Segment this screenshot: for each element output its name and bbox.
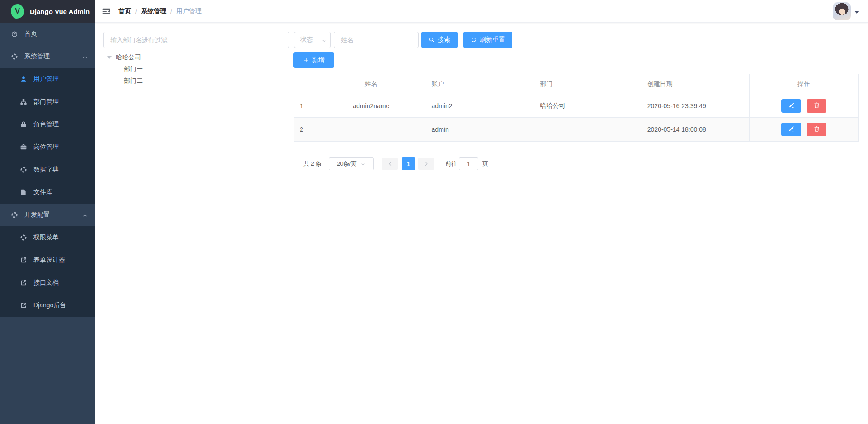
external-link-icon — [20, 302, 27, 309]
cell-index: 1 — [294, 94, 316, 117]
sidebar-item-dev-config[interactable]: 开发配置 — [0, 204, 95, 226]
edit-pencil-icon — [788, 125, 795, 133]
breadcrumb-home[interactable]: 首页 — [118, 7, 131, 15]
sidebar-item-permission-menu[interactable]: 权限菜单 — [0, 226, 95, 249]
page-number-button[interactable]: 1 — [402, 157, 415, 170]
status-select-placeholder: 状态 — [300, 36, 321, 44]
page-unit-label: 页 — [482, 157, 488, 170]
table-row: 2 admin 2020-05-14 18:00:08 — [294, 118, 858, 141]
sidebar-item-label: 用户管理 — [33, 75, 59, 83]
top-navbar: 首页 / 系统管理 / 用户管理 — [95, 0, 868, 23]
next-page-button[interactable] — [418, 158, 434, 170]
system-submenu: 用户管理 部门管理 角色管理 岗位管理 数据字典 — [0, 68, 95, 204]
sidebar-item-label: 接口文档 — [33, 279, 59, 287]
edit-button[interactable] — [781, 123, 801, 136]
trash-icon — [813, 125, 820, 133]
cell-dept — [534, 118, 642, 141]
breadcrumb-separator: / — [135, 8, 137, 15]
delete-button[interactable] — [807, 99, 826, 113]
user-management-page: V Django Vue Admin 首页 系统管理 用户管理 部门管理 — [0, 0, 868, 424]
col-header-actions: 操作 — [750, 74, 858, 94]
refresh-reset-label: 刷新重置 — [480, 36, 505, 44]
sidebar-item-roles[interactable]: 角色管理 — [0, 113, 95, 136]
chevron-left-icon — [387, 161, 393, 167]
sidebar-item-label: 权限菜单 — [33, 233, 59, 242]
briefcase-icon — [20, 143, 27, 151]
status-select[interactable]: 状态 — [294, 32, 331, 48]
add-button[interactable]: 新增 — [293, 52, 334, 68]
table-row: 1 admin2name admin2 哈哈公司 2020-05-16 23:3… — [294, 94, 858, 118]
sidebar-item-form-designer[interactable]: 表单设计器 — [0, 249, 95, 272]
sidebar-item-files[interactable]: 文件库 — [0, 181, 95, 204]
tree-node-dept2[interactable]: 部门二 — [105, 75, 286, 87]
sidebar-item-positions[interactable]: 岗位管理 — [0, 136, 95, 158]
cell-account: admin2 — [426, 94, 535, 117]
breadcrumb: 首页 / 系统管理 / 用户管理 — [118, 7, 202, 15]
breadcrumb-system[interactable]: 系统管理 — [141, 7, 166, 15]
external-link-icon — [20, 279, 27, 286]
sidebar-item-label: 表单设计器 — [33, 256, 65, 264]
delete-button[interactable] — [807, 123, 826, 136]
sidebar-item-label: 岗位管理 — [33, 143, 59, 151]
chevron-up-icon — [82, 212, 88, 218]
tree-expand-icon[interactable] — [107, 56, 112, 59]
sidebar-item-label: 数据字典 — [33, 166, 59, 174]
cell-created: 2020-05-16 23:39:49 — [642, 94, 750, 117]
sidebar-menu: 首页 系统管理 用户管理 部门管理 角色管理 — [0, 23, 95, 317]
component-icon — [20, 234, 27, 241]
chevron-down-icon — [360, 162, 366, 167]
pagination-total: 共 2 条 — [303, 157, 321, 170]
goto-page-input[interactable] — [459, 157, 478, 170]
sidebar-item-label: 开发配置 — [24, 211, 50, 219]
department-tree: 哈哈公司 部门一 部门二 — [105, 52, 286, 87]
cell-name — [316, 118, 426, 141]
col-header-index — [294, 74, 316, 94]
tree-node-label: 部门一 — [124, 65, 143, 73]
sidebar-item-system[interactable]: 系统管理 — [0, 45, 95, 68]
app-title: Django Vue Admin — [30, 8, 90, 15]
page-size-label: 20条/页 — [337, 160, 357, 168]
prev-page-button[interactable] — [382, 158, 398, 170]
tree-node-dept1[interactable]: 部门一 — [105, 63, 286, 75]
search-button[interactable]: 搜索 — [421, 32, 458, 48]
document-icon — [20, 189, 27, 196]
cell-created: 2020-05-14 18:00:08 — [642, 118, 750, 141]
sidebar-item-users[interactable]: 用户管理 — [0, 68, 95, 91]
cell-actions — [750, 118, 858, 141]
page-size-select[interactable]: 20条/页 — [329, 157, 374, 170]
component-icon — [20, 166, 27, 173]
col-header-dept: 部门 — [534, 74, 642, 94]
cell-account: admin — [426, 118, 535, 141]
edit-pencil-icon — [788, 102, 795, 110]
sidebar-item-django-admin[interactable]: Django后台 — [0, 294, 95, 317]
department-filter-input[interactable] — [103, 32, 289, 48]
refresh-reset-button[interactable]: 刷新重置 — [463, 32, 512, 48]
name-filter-input[interactable] — [334, 32, 419, 48]
col-header-account: 账户 — [426, 74, 535, 94]
dev-submenu: 权限菜单 表单设计器 接口文档 Django后台 — [0, 226, 95, 317]
add-button-label: 新增 — [312, 56, 325, 64]
sidebar-item-label: 文件库 — [33, 188, 52, 196]
sidebar-item-label: 首页 — [24, 30, 37, 38]
sidebar-item-api-docs[interactable]: 接口文档 — [0, 272, 95, 294]
cell-index: 2 — [294, 118, 316, 141]
sidebar-fold-icon[interactable] — [95, 0, 118, 23]
caret-down-icon — [854, 11, 859, 14]
app-logo[interactable]: V Django Vue Admin — [0, 0, 95, 23]
sidebar-item-home[interactable]: 首页 — [0, 23, 95, 45]
sidebar: V Django Vue Admin 首页 系统管理 用户管理 部门管理 — [0, 0, 95, 424]
sidebar-item-label: 角色管理 — [33, 120, 59, 129]
chevron-up-icon — [82, 54, 88, 59]
cell-actions — [750, 94, 858, 117]
sidebar-item-dictionary[interactable]: 数据字典 — [0, 158, 95, 181]
sidebar-item-departments[interactable]: 部门管理 — [0, 91, 95, 113]
edit-button[interactable] — [781, 99, 801, 113]
avatar — [833, 2, 851, 20]
user-dropdown[interactable] — [833, 2, 859, 20]
org-tree-icon — [20, 98, 27, 105]
sidebar-item-label: Django后台 — [33, 301, 66, 310]
dashboard-icon — [11, 30, 18, 38]
sidebar-item-label: 部门管理 — [33, 98, 59, 106]
tree-node-company[interactable]: 哈哈公司 — [105, 52, 286, 63]
search-button-label: 搜索 — [438, 36, 450, 44]
